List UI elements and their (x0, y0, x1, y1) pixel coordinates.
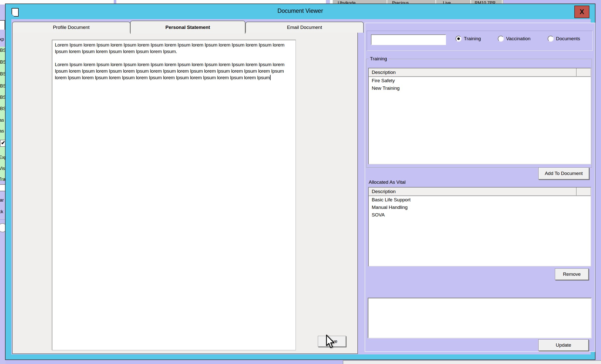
remove-button-label: Remove (563, 271, 581, 277)
tab-personal-statement[interactable]: Personal Statement (130, 21, 245, 34)
tab-email-document[interactable]: Email Document (245, 22, 364, 33)
clipped-label: BS (0, 95, 6, 100)
close-button[interactable]: X (574, 6, 589, 18)
radio-vaccination[interactable]: Vaccination (498, 35, 531, 42)
list-item[interactable]: Manual Handling (369, 204, 591, 211)
column-separator[interactable] (576, 188, 577, 196)
paragraph: Lorem Ipsum lorem Ipsum lorem Ipsum lore… (55, 42, 293, 55)
screen: Ubyikode Precious Live RM10 7PR xp BS BS… (0, 0, 601, 364)
background-checkbox[interactable] (0, 184, 6, 191)
clipped-label: as (0, 118, 6, 123)
personal-statement-page: Lorem Ipsum lorem Ipsum lorem Ipsum lore… (12, 32, 358, 354)
clipped-label: rar (0, 198, 6, 203)
background-bottom-panel (343, 360, 601, 364)
radio-label: Training (464, 36, 481, 41)
training-groupbox-title: Training (369, 56, 388, 62)
document-viewer-dialog: Document Viewer X Profile Document Perso… (5, 4, 595, 360)
clipped-label: as (0, 128, 6, 134)
allocated-list[interactable]: Description Basic Life Support Manual Ha… (368, 187, 591, 266)
background-left-green-list (0, 47, 6, 180)
clipped-label: BS (0, 48, 6, 53)
background-divider (0, 218, 6, 219)
add-to-document-label: Add To Document (545, 171, 583, 176)
list-item[interactable]: SOVA (369, 211, 591, 219)
radio-training[interactable]: Training (456, 35, 481, 42)
tab-label: Email Document (287, 25, 322, 30)
update-button[interactable]: Update (538, 339, 589, 351)
background-left-box (0, 20, 5, 30)
search-input[interactable] (371, 34, 446, 45)
background-radio[interactable] (0, 223, 6, 232)
personal-statement-text: Lorem Ipsum lorem Ipsum lorem Ipsum lore… (55, 42, 293, 81)
radio-icon (548, 36, 554, 42)
radio-icon (456, 36, 462, 42)
clipped-label: BS (0, 71, 6, 77)
mouse-cursor (325, 334, 336, 349)
notes-textbox[interactable] (368, 298, 592, 338)
column-header: Description (372, 189, 396, 194)
list-item[interactable]: New Training (369, 84, 591, 92)
dialog-content: Profile Document Personal Statement Emai… (11, 19, 591, 354)
radio-label: Vaccination (506, 36, 531, 41)
dialog-title: Document Viewer (6, 8, 595, 14)
background-left-lavender-lower (0, 180, 6, 364)
tab-label: Personal Statement (165, 25, 210, 30)
background-left-strip: xp BS BS BS BS BS BS as as Exp Vis. Tra … (0, 5, 6, 364)
tab-profile-document[interactable]: Profile Document (12, 22, 130, 33)
column-header: Description (372, 70, 396, 75)
column-separator[interactable] (576, 68, 577, 76)
add-to-document-button[interactable]: Add To Document (538, 167, 589, 179)
update-button-label: Update (556, 342, 571, 348)
radio-icon (498, 36, 504, 42)
personal-statement-textarea[interactable]: Lorem Ipsum lorem Ipsum lorem Ipsum lore… (52, 40, 296, 350)
list-item[interactable]: Basic Life Support (369, 196, 591, 204)
training-list-rows: Fire Safety New Training (369, 77, 591, 164)
allocated-list-rows: Basic Life Support Manual Handling SOVA (369, 196, 591, 266)
text-caret (270, 75, 271, 80)
allocated-list-header[interactable]: Description (369, 188, 591, 196)
background-checkbox-checked[interactable] (0, 140, 6, 147)
clipped-label: BS (0, 60, 6, 65)
training-list-header[interactable]: Description (369, 68, 591, 77)
filter-panel: Training Vaccination Documents (367, 31, 593, 51)
clipped-label: BS (0, 106, 6, 112)
list-item[interactable]: Fire Safety (369, 77, 591, 84)
clipped-label: BS (0, 83, 6, 89)
radio-label: Documents (556, 36, 580, 41)
paragraph: Lorem Ipsum lorem Ipsum lorem Ipsum lore… (55, 62, 284, 80)
training-list[interactable]: Description Fire Safety New Training (368, 68, 591, 164)
radio-documents[interactable]: Documents (548, 35, 580, 42)
clipped-label: Exp (0, 155, 6, 160)
title-bar[interactable]: Document Viewer X (6, 4, 595, 19)
tab-label: Profile Document (53, 25, 90, 30)
clipped-label: xp (0, 37, 6, 42)
remove-button[interactable]: Remove (555, 268, 589, 280)
right-panel: Training Vaccination Documents Training (365, 23, 595, 352)
clipped-label: ck (0, 209, 6, 215)
clipped-label: Vis. (0, 166, 6, 171)
allocated-as-vital-label: Allocated As Vital (369, 179, 405, 185)
clipped-label: Tra (0, 177, 6, 182)
